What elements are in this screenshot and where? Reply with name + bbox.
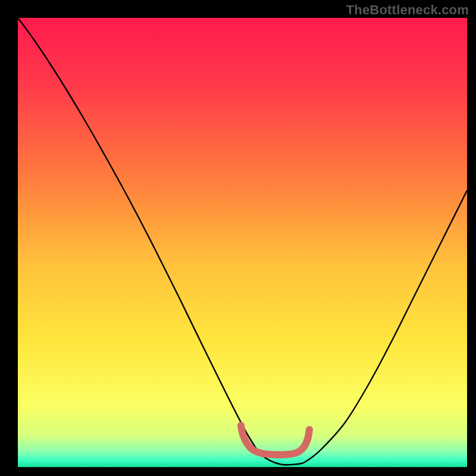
plot-background xyxy=(18,18,467,467)
watermark-text: TheBottleneck.com xyxy=(346,2,469,18)
bottleneck-chart xyxy=(0,0,476,476)
